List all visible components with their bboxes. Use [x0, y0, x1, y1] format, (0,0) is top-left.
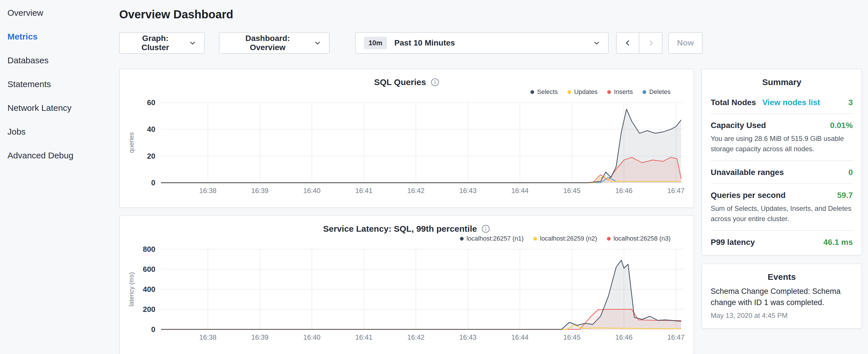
summary-value: 59.7: [837, 191, 853, 200]
svg-text:16:40: 16:40: [303, 333, 320, 341]
chart-title: SQL Queries: [374, 77, 426, 87]
app-root: Overview Metrics Databases Statements Ne…: [0, 0, 868, 354]
summary-label: Queries per second: [711, 191, 785, 200]
legend-item[interactable]: Selects: [530, 88, 558, 96]
svg-text:16:38: 16:38: [199, 333, 216, 341]
svg-text:16:39: 16:39: [251, 187, 269, 194]
svg-text:16:47: 16:47: [668, 187, 685, 194]
legend-item[interactable]: Deletes: [643, 88, 671, 96]
summary-label: Total Nodes: [711, 98, 756, 107]
legend-label: Inserts: [614, 88, 633, 96]
legend-dot: [530, 90, 534, 94]
svg-text:16:42: 16:42: [407, 333, 425, 341]
legend-dot: [607, 90, 611, 94]
controls-bar: Graph: Cluster Dashboard: Overview 10m P…: [119, 32, 868, 54]
charts-column: SQL Queries SelectsUpdatesInsertsDeletes…: [119, 69, 694, 354]
legend-item[interactable]: localhost:26259 (n2): [533, 235, 597, 242]
info-icon[interactable]: [482, 225, 490, 233]
summary-label: Unavailable ranges: [711, 168, 784, 177]
time-range-label: Past 10 Minutes: [394, 38, 455, 47]
sidebar-item-network-latency[interactable]: Network Latency: [7, 102, 119, 114]
chevron-down-icon: [189, 39, 196, 46]
sql-queries-chart[interactable]: 020406016:3816:3916:4016:4116:4216:4316:…: [127, 99, 687, 196]
svg-text:16:43: 16:43: [459, 333, 476, 341]
next-time-button[interactable]: [639, 32, 662, 54]
svg-text:16:45: 16:45: [563, 187, 581, 194]
legend-label: Selects: [537, 88, 558, 96]
summary-value: 3: [848, 98, 853, 107]
svg-text:600: 600: [143, 265, 155, 273]
sidebar-item-jobs[interactable]: Jobs: [7, 126, 119, 137]
summary-label: Capacity Used: [711, 121, 766, 130]
svg-text:20: 20: [147, 152, 155, 160]
sidebar-item-advanced-debug[interactable]: Advanced Debug: [7, 150, 119, 161]
chart-title: Service Latency: SQL, 99th percentile: [323, 224, 477, 234]
legend-dot: [567, 90, 571, 94]
view-nodes-list-link[interactable]: View nodes list: [762, 98, 820, 107]
legend-label: localhost:26259 (n2): [540, 235, 597, 242]
legend-label: localhost:26257 (n1): [467, 235, 524, 242]
svg-text:16:46: 16:46: [615, 187, 632, 194]
summary-row-queries-per-second: Queries per second 59.7 Sum of Selects, …: [711, 184, 853, 231]
summary-row-unavailable-ranges: Unavailable ranges 0: [711, 161, 853, 184]
chart-legend: SelectsUpdatesInsertsDeletes: [127, 88, 671, 96]
summary-label: P99 latency: [711, 238, 755, 247]
legend-item[interactable]: localhost:26258 (n3): [607, 235, 671, 242]
dashboard-dropdown[interactable]: Dashboard: Overview: [219, 32, 330, 54]
svg-text:0: 0: [151, 325, 155, 334]
sidebar-item-statements[interactable]: Statements: [7, 79, 119, 90]
page-title: Overview Dashboard: [119, 7, 868, 21]
legend-item[interactable]: localhost:26257 (n1): [460, 235, 524, 242]
svg-text:16:41: 16:41: [355, 187, 373, 194]
event-text: Schema Change Completed: Schema change w…: [711, 286, 853, 308]
svg-text:16:41: 16:41: [355, 333, 373, 341]
info-icon[interactable]: [431, 78, 439, 87]
summary-panel: Summary Total Nodes View nodes list 3: [702, 69, 862, 255]
summary-row-capacity-used: Capacity Used 0.01% You are using 28.6 M…: [711, 114, 853, 161]
summary-value: 0: [848, 168, 853, 177]
svg-text:16:44: 16:44: [511, 187, 528, 194]
sidebar-item-overview[interactable]: Overview: [7, 7, 119, 18]
sidebar-item-metrics[interactable]: Metrics: [7, 31, 119, 42]
summary-row-p99-latency: P99 latency 46.1 ms: [711, 231, 853, 253]
chevron-left-icon: [624, 39, 632, 47]
chevron-down-icon: [593, 39, 600, 46]
legend-dot: [533, 237, 537, 240]
event-item[interactable]: Schema Change Completed: Schema change w…: [711, 286, 853, 320]
service-latency-chart-card: Service Latency: SQL, 99th percentile lo…: [119, 215, 694, 354]
svg-text:16:39: 16:39: [251, 333, 269, 341]
dashboard-content: SQL Queries SelectsUpdatesInsertsDeletes…: [119, 69, 868, 354]
svg-text:16:43: 16:43: [459, 187, 476, 194]
legend-item[interactable]: Inserts: [607, 88, 633, 96]
event-timestamp: May 13, 2020 at 4:45 PM: [711, 312, 853, 320]
time-step-buttons: [616, 32, 662, 54]
svg-text:40: 40: [147, 125, 155, 133]
chevron-down-icon: [314, 39, 321, 46]
time-range-picker[interactable]: 10m Past 10 Minutes: [355, 32, 609, 54]
svg-text:800: 800: [143, 245, 155, 254]
svg-text:200: 200: [143, 305, 155, 314]
legend-label: localhost:26258 (n3): [614, 235, 671, 242]
summary-description: You are using 28.6 MiB of 515.9 GiB usab…: [711, 133, 853, 154]
legend-label: Deletes: [649, 88, 671, 96]
now-button[interactable]: Now: [668, 32, 703, 54]
summary-value: 0.01%: [830, 121, 853, 130]
service-latency-chart[interactable]: 020040060080016:3816:3916:4016:4116:4216…: [127, 245, 687, 343]
summary-description: Sum of Selects, Updates, Inserts, and De…: [711, 203, 853, 224]
events-title: Events: [711, 272, 853, 282]
legend-item[interactable]: Updates: [567, 88, 597, 96]
svg-text:16:47: 16:47: [668, 333, 685, 341]
previous-time-button[interactable]: [616, 32, 639, 54]
summary-title: Summary: [711, 77, 853, 87]
events-panel: Events Schema Change Completed: Schema c…: [702, 263, 862, 329]
sql-queries-chart-card: SQL Queries SelectsUpdatesInsertsDeletes…: [119, 69, 694, 208]
sidebar: Overview Metrics Databases Statements Ne…: [0, 0, 119, 354]
summary-row-total-nodes: Total Nodes View nodes list 3: [711, 91, 853, 114]
legend-label: Updates: [574, 88, 597, 96]
main-content: Overview Dashboard Graph: Cluster Dashbo…: [119, 0, 868, 354]
svg-text:queries: queries: [128, 132, 135, 153]
legend-dot: [460, 237, 464, 240]
sidebar-item-databases[interactable]: Databases: [7, 55, 119, 66]
graph-dropdown[interactable]: Graph: Cluster: [119, 32, 205, 54]
svg-text:16:38: 16:38: [199, 187, 216, 194]
